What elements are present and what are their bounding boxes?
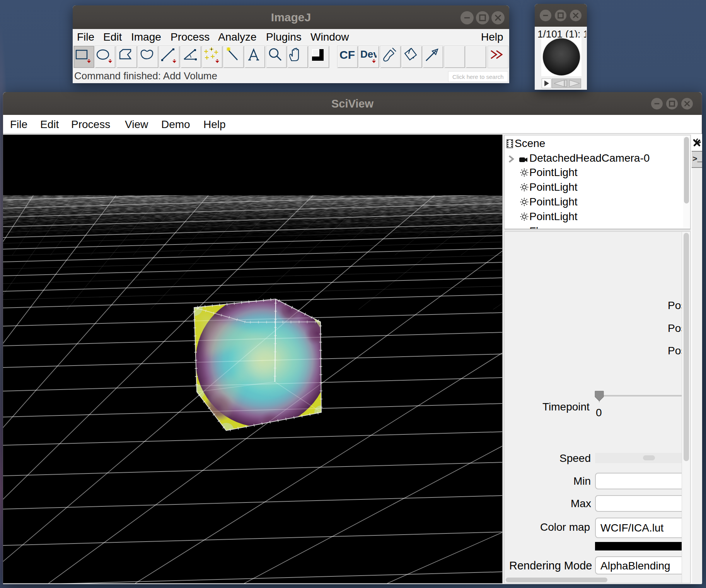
svg-text:Dev: Dev bbox=[360, 48, 377, 60]
svg-text:CF: CF bbox=[339, 48, 355, 61]
